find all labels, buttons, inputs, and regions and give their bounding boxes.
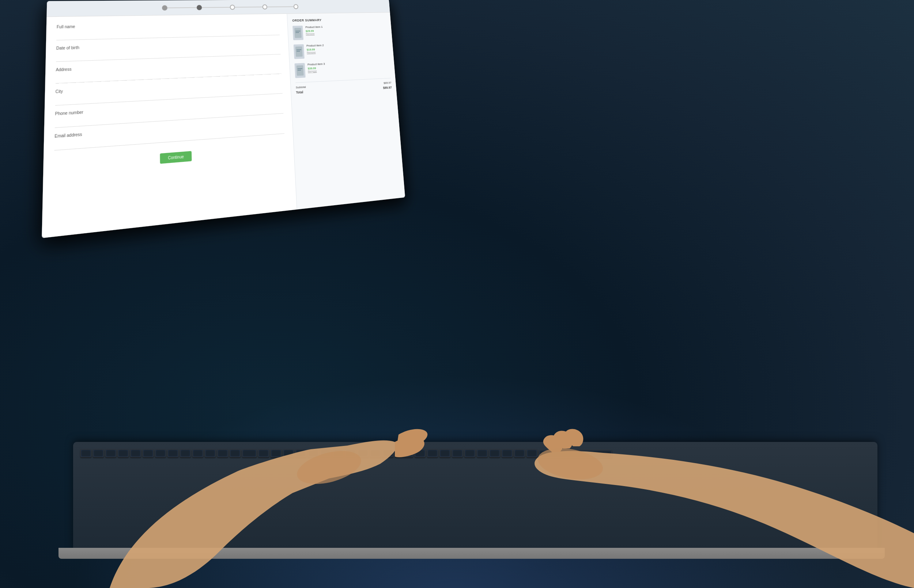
sidebar-item-details-3: Product item 3 $39.99 Remove: [308, 60, 390, 73]
key[interactable]: [295, 449, 306, 457]
key[interactable]: [242, 449, 257, 457]
key[interactable]: [105, 449, 116, 457]
svg-rect-1: [295, 31, 300, 31]
sidebar-item-2: Product item 2 $19.99 Remove: [293, 42, 389, 59]
key[interactable]: [415, 449, 426, 457]
subtotal-label: Subtotal: [296, 86, 306, 89]
order-summary-sidebar: Order summary Product item 1 $29.99: [287, 13, 405, 209]
key[interactable]: [395, 449, 413, 457]
total-value: $89.97: [383, 86, 392, 90]
svg-rect-0: [294, 28, 301, 38]
total-label: Total: [296, 90, 303, 94]
key[interactable]: [320, 449, 331, 457]
key[interactable]: [130, 449, 141, 457]
sidebar-item-details-2: Product item 2 $19.99 Remove: [306, 42, 389, 54]
subtotal-value: $89.97: [384, 81, 392, 85]
key[interactable]: [527, 449, 537, 457]
form-field-dob: Date of birth: [56, 40, 280, 62]
laptop-body: [58, 548, 885, 559]
key[interactable]: [283, 449, 294, 457]
product-image-2: [293, 44, 305, 59]
key[interactable]: [180, 449, 191, 457]
progress-step-3[interactable]: [230, 4, 235, 10]
continue-button[interactable]: Continue: [160, 151, 191, 164]
laptop-keyboard: [73, 442, 877, 551]
key[interactable]: [370, 449, 381, 457]
key[interactable]: [427, 449, 438, 457]
svg-rect-6: [297, 65, 304, 76]
progress-connector-1: [167, 7, 197, 8]
key[interactable]: [358, 449, 368, 457]
key[interactable]: [217, 449, 228, 457]
key[interactable]: [489, 449, 500, 457]
key[interactable]: [464, 449, 475, 457]
progress-connector-3: [235, 6, 262, 8]
laptop-screen: Full name Date of birth Address City: [42, 0, 405, 238]
full-name-input[interactable]: [56, 26, 280, 40]
key[interactable]: [452, 449, 463, 457]
svg-rect-3: [295, 46, 303, 57]
sidebar-item-3: Product item 3 $39.99 Remove: [295, 60, 391, 78]
svg-rect-5: [297, 51, 300, 52]
form-field-full-name: Full name: [56, 21, 280, 40]
sidebar-item-details-1: Product item 1 $29.99 Remove: [305, 24, 387, 36]
key[interactable]: [93, 449, 104, 457]
keyboard-keys: [73, 442, 877, 465]
key[interactable]: [308, 449, 319, 457]
product-image-3: [295, 63, 306, 78]
key[interactable]: [80, 449, 91, 457]
form-field-address: Address: [55, 60, 282, 84]
progress-step-2[interactable]: [196, 5, 202, 10]
key[interactable]: [382, 449, 394, 457]
key[interactable]: [118, 449, 129, 457]
key[interactable]: [205, 449, 216, 457]
key[interactable]: [439, 449, 451, 457]
svg-rect-8: [298, 70, 301, 71]
key[interactable]: [477, 449, 488, 457]
key[interactable]: [167, 449, 178, 457]
spacebar-key[interactable]: [539, 450, 612, 458]
laptop-screen-wrapper: Full name Date of birth Address City: [42, 0, 405, 238]
svg-rect-2: [295, 32, 299, 33]
progress-step-5[interactable]: [293, 4, 299, 9]
product-image-1: [292, 26, 303, 40]
key[interactable]: [230, 449, 241, 457]
key[interactable]: [271, 449, 282, 457]
key[interactable]: [143, 449, 154, 457]
key[interactable]: [258, 449, 269, 457]
key[interactable]: [333, 449, 344, 457]
svg-rect-4: [297, 49, 301, 50]
key[interactable]: [502, 449, 512, 457]
sidebar-title: Order summary: [292, 17, 386, 22]
progress-connector-2: [202, 6, 230, 8]
progress-step-4[interactable]: [262, 4, 267, 10]
key[interactable]: [514, 449, 525, 457]
key[interactable]: [155, 449, 166, 457]
key[interactable]: [345, 449, 356, 457]
key[interactable]: [192, 449, 203, 457]
progress-connector-4: [267, 6, 293, 7]
sidebar-item-1: Product item 1 $29.99 Remove: [292, 24, 387, 40]
form-section: Full name Date of birth Address City: [42, 14, 297, 238]
progress-steps: [162, 4, 298, 10]
progress-step-1[interactable]: [162, 5, 167, 11]
